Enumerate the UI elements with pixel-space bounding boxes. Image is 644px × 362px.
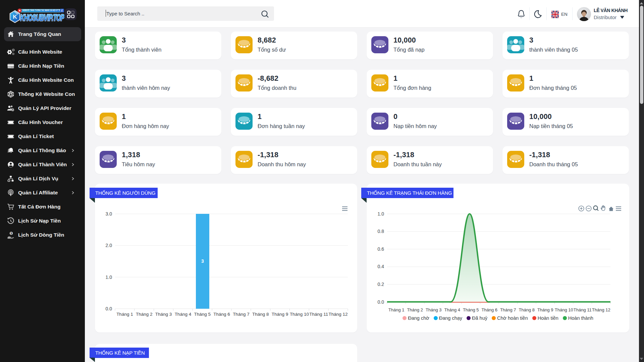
svg-text:KHOSUBVIP.TOP: KHOSUBVIP.TOP — [20, 12, 64, 23]
svg-text:Tháng 11: Tháng 11 — [309, 312, 328, 317]
svg-text:Tháng 8: Tháng 8 — [519, 307, 535, 312]
svg-text:Tháng 12: Tháng 12 — [592, 307, 610, 312]
svg-text:Tháng 5: Tháng 5 — [463, 307, 479, 312]
svg-text:Tháng 10: Tháng 10 — [555, 307, 573, 312]
svg-text:0.4: 0.4 — [378, 264, 384, 269]
svg-text:Tháng 3: Tháng 3 — [155, 312, 172, 317]
svg-text:Tháng 4: Tháng 4 — [444, 307, 460, 312]
svg-text:2.0: 2.0 — [106, 243, 112, 248]
svg-text:Tháng 8: Tháng 8 — [252, 312, 269, 317]
svg-text:0.6: 0.6 — [378, 246, 384, 252]
svg-text:Tháng 4: Tháng 4 — [175, 312, 192, 317]
svg-text:Tháng 1: Tháng 1 — [116, 312, 133, 317]
svg-text:3.0: 3.0 — [106, 211, 112, 217]
svg-text:Tháng 5: Tháng 5 — [194, 312, 211, 317]
svg-text:Tháng 9: Tháng 9 — [537, 307, 553, 312]
svg-text:Tháng 6: Tháng 6 — [213, 312, 230, 317]
svg-text:Tháng 10: Tháng 10 — [290, 312, 309, 317]
svg-text:1.0: 1.0 — [106, 275, 112, 280]
svg-text:Tháng 7: Tháng 7 — [233, 312, 250, 317]
svg-text:K: K — [13, 13, 17, 20]
svg-text:0.0: 0.0 — [378, 299, 384, 305]
svg-text:Tháng 12: Tháng 12 — [329, 312, 348, 317]
svg-text:Tháng 1: Tháng 1 — [388, 307, 405, 312]
svg-text:Tháng 9: Tháng 9 — [272, 312, 288, 317]
svg-text:Tháng 2: Tháng 2 — [407, 307, 423, 312]
svg-text:Tháng 3: Tháng 3 — [426, 307, 442, 312]
svg-text:Tháng 2: Tháng 2 — [136, 312, 153, 317]
svg-text:0.8: 0.8 — [378, 229, 384, 234]
svg-text:Tháng 11: Tháng 11 — [574, 307, 592, 312]
svg-text:Tháng 6: Tháng 6 — [481, 307, 497, 312]
svg-text:1.0: 1.0 — [378, 211, 384, 217]
svg-text:$: $ — [10, 232, 12, 235]
svg-text:Tháng 7: Tháng 7 — [500, 307, 516, 312]
svg-text:0.0: 0.0 — [106, 306, 112, 311]
svg-text:0.2: 0.2 — [378, 282, 384, 287]
svg-text:3: 3 — [201, 258, 204, 264]
